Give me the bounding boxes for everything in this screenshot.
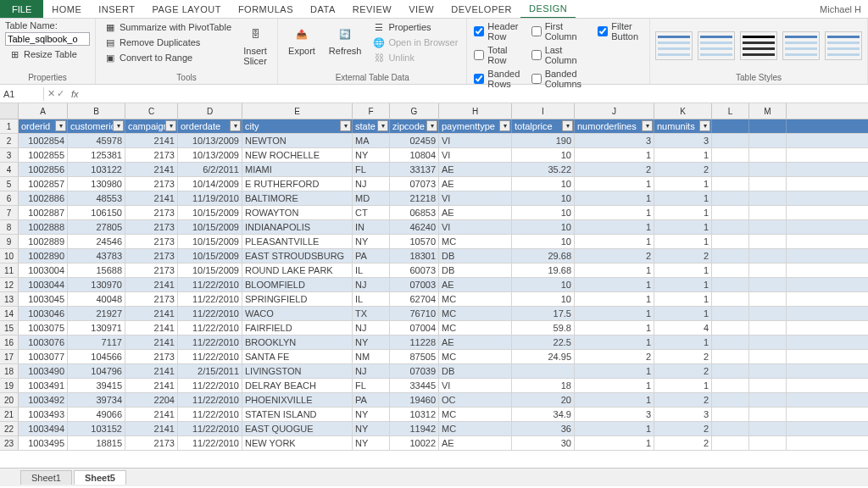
cell[interactable]: 21218 bbox=[390, 191, 439, 205]
cell[interactable] bbox=[712, 278, 749, 291]
cell[interactable]: E RUTHERFORD bbox=[242, 177, 353, 191]
row-header[interactable]: 21 bbox=[0, 408, 19, 421]
cell[interactable] bbox=[749, 177, 787, 191]
cell[interactable]: 10 bbox=[512, 278, 575, 291]
cell[interactable]: 3 bbox=[575, 134, 654, 147]
cell[interactable]: 1 bbox=[575, 422, 654, 435]
cell[interactable]: 1003493 bbox=[19, 408, 68, 421]
cell[interactable]: 2 bbox=[654, 364, 712, 378]
cell[interactable]: 10/13/2009 bbox=[178, 148, 242, 162]
cell[interactable]: 2173 bbox=[125, 235, 178, 248]
cell[interactable] bbox=[712, 163, 749, 176]
cell[interactable]: 11/22/2010 bbox=[178, 336, 242, 349]
cell[interactable]: 1002855 bbox=[19, 148, 68, 162]
cell[interactable] bbox=[749, 148, 787, 162]
cell[interactable]: IL bbox=[353, 292, 390, 306]
cell[interactable]: INDIANAPOLIS bbox=[242, 220, 353, 234]
style-swatch[interactable] bbox=[698, 31, 735, 60]
col-header[interactable]: K bbox=[654, 103, 712, 119]
cell[interactable]: 130971 bbox=[68, 321, 125, 335]
cell[interactable]: FAIRFIELD bbox=[242, 321, 353, 335]
cell[interactable]: 2173 bbox=[125, 220, 178, 234]
cell[interactable]: MC bbox=[439, 408, 512, 421]
row-header[interactable]: 22 bbox=[0, 422, 19, 435]
cell[interactable]: 10022 bbox=[390, 436, 439, 450]
cell[interactable] bbox=[749, 235, 787, 248]
cell[interactable] bbox=[712, 177, 749, 191]
cell[interactable]: VI bbox=[439, 220, 512, 234]
cell[interactable]: AE bbox=[439, 206, 512, 219]
cell[interactable]: 2173 bbox=[125, 350, 178, 363]
cell[interactable]: 2141 bbox=[125, 321, 178, 335]
cell[interactable]: 1 bbox=[575, 191, 654, 205]
cell[interactable] bbox=[712, 307, 749, 320]
col-header[interactable]: H bbox=[439, 103, 512, 119]
cell[interactable] bbox=[712, 249, 749, 263]
table-header-cell[interactable]: city▾ bbox=[242, 119, 353, 133]
cell[interactable]: 10/13/2009 bbox=[178, 134, 242, 147]
cell[interactable]: 1 bbox=[654, 278, 712, 291]
style-swatch[interactable] bbox=[782, 31, 820, 60]
cell[interactable]: 2141 bbox=[125, 422, 178, 435]
cell[interactable]: NJ bbox=[353, 321, 390, 335]
cell[interactable]: 10312 bbox=[390, 408, 439, 421]
cell[interactable]: VI bbox=[439, 379, 512, 392]
cell[interactable]: 1 bbox=[654, 220, 712, 234]
cell[interactable]: BLOOMFIELD bbox=[242, 278, 353, 291]
cell[interactable]: 11/22/2010 bbox=[178, 307, 242, 320]
chk-first-column[interactable]: First Column bbox=[530, 20, 593, 42]
cell[interactable]: 11/22/2010 bbox=[178, 292, 242, 306]
convert-range-button[interactable]: ▣Convert to Range bbox=[101, 51, 235, 64]
cell[interactable]: MA bbox=[353, 134, 390, 147]
cell[interactable]: 21927 bbox=[68, 307, 125, 320]
col-header[interactable]: D bbox=[178, 103, 242, 119]
col-header[interactable]: B bbox=[68, 103, 125, 119]
cell[interactable]: NM bbox=[353, 350, 390, 363]
cell[interactable]: 1 bbox=[575, 393, 654, 407]
cell[interactable]: VI bbox=[439, 191, 512, 205]
table-properties-button[interactable]: ☰Properties bbox=[370, 20, 461, 34]
cell[interactable]: IN bbox=[353, 220, 390, 234]
insert-slicer-button[interactable]: 🗄 Insert Slicer bbox=[238, 20, 272, 68]
cell[interactable] bbox=[749, 436, 787, 450]
cell[interactable]: 2/15/2011 bbox=[178, 364, 242, 378]
cell[interactable]: NJ bbox=[353, 177, 390, 191]
cell[interactable]: AE bbox=[439, 436, 512, 450]
cell[interactable]: EAST STROUDSBURG bbox=[242, 249, 353, 263]
table-header-cell[interactable]: numorderlines▾ bbox=[575, 119, 654, 133]
cell[interactable]: NY bbox=[353, 422, 390, 435]
row-header[interactable]: 6 bbox=[0, 191, 19, 205]
cell[interactable]: 10 bbox=[512, 206, 575, 219]
col-header[interactable]: G bbox=[390, 103, 439, 119]
table-header-cell[interactable]: orderid▾ bbox=[19, 119, 68, 133]
tab-view[interactable]: VIEW bbox=[400, 1, 442, 18]
cell[interactable]: 76710 bbox=[390, 307, 439, 320]
cell[interactable] bbox=[712, 350, 749, 363]
cell[interactable]: 19.68 bbox=[512, 263, 575, 277]
cell[interactable]: 18815 bbox=[68, 436, 125, 450]
cell[interactable]: 11/22/2010 bbox=[178, 422, 242, 435]
cell[interactable]: 11/22/2010 bbox=[178, 321, 242, 335]
table-header-cell[interactable]: numunits▾ bbox=[654, 119, 712, 133]
cell[interactable]: NY bbox=[353, 235, 390, 248]
tab-home[interactable]: HOME bbox=[43, 1, 90, 18]
cell[interactable]: 104796 bbox=[68, 364, 125, 378]
cell[interactable]: 11/19/2010 bbox=[178, 191, 242, 205]
cell[interactable]: 1003076 bbox=[19, 336, 68, 349]
cell[interactable]: PA bbox=[353, 393, 390, 407]
cell[interactable]: 1 bbox=[654, 191, 712, 205]
row-header[interactable]: 7 bbox=[0, 206, 19, 219]
cell[interactable]: BALTIMORE bbox=[242, 191, 353, 205]
cell[interactable] bbox=[712, 148, 749, 162]
cell[interactable]: DB bbox=[439, 364, 512, 378]
col-header[interactable]: L bbox=[712, 103, 749, 119]
row-header[interactable]: 11 bbox=[0, 263, 19, 277]
cell[interactable] bbox=[712, 263, 749, 277]
table-header-cell[interactable]: customerid▾ bbox=[68, 119, 125, 133]
cell[interactable] bbox=[749, 408, 787, 421]
col-header[interactable]: C bbox=[125, 103, 178, 119]
cell[interactable]: 10 bbox=[512, 220, 575, 234]
cell[interactable]: 2 bbox=[654, 163, 712, 176]
cell[interactable]: 1003044 bbox=[19, 278, 68, 291]
cell[interactable]: 1 bbox=[654, 148, 712, 162]
